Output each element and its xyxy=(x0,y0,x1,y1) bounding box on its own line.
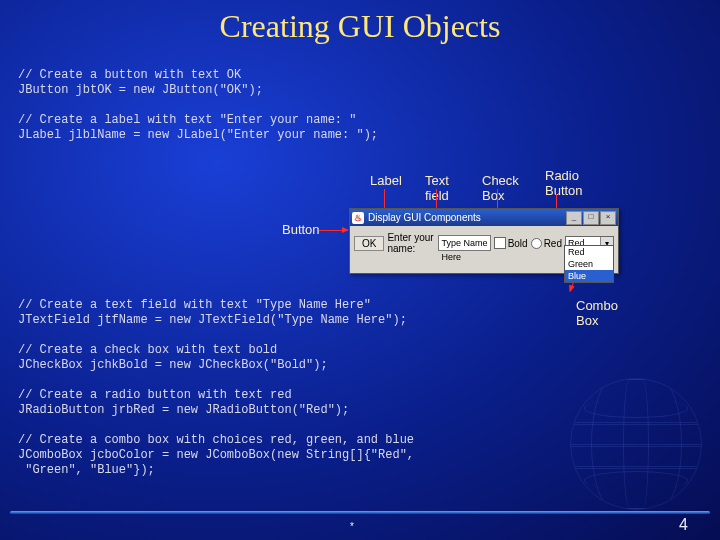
combo-dropdown[interactable]: Red Green Blue xyxy=(564,245,614,283)
arrow-icon xyxy=(319,230,348,231)
red-radio-button[interactable]: Red xyxy=(531,238,562,249)
globe-icon xyxy=(570,378,702,510)
page-title: Creating GUI Objects xyxy=(0,8,720,45)
page-number: 4 xyxy=(679,516,688,534)
code-block-1: // Create a button with text OK JButton … xyxy=(18,68,448,143)
radio-label: Red xyxy=(544,238,562,249)
radio-icon xyxy=(531,238,542,249)
footnote-asterisk: * xyxy=(350,521,354,532)
minimize-icon[interactable]: _ xyxy=(566,211,582,225)
annotation-radio-button: Radio Button xyxy=(545,168,583,198)
checkbox-label: Bold xyxy=(508,238,528,249)
combo-item-red[interactable]: Red xyxy=(565,246,613,258)
footer-rule xyxy=(10,511,710,514)
annotation-button: Button xyxy=(282,222,320,237)
name-text-field[interactable]: Type Name Here xyxy=(438,235,490,251)
combo-item-blue[interactable]: Blue xyxy=(565,270,613,282)
window-titlebar: ♨ Display GUI Components _ □ × xyxy=(350,209,618,226)
combo-item-green[interactable]: Green xyxy=(565,258,613,270)
code-block-2: // Create a text field with text "Type N… xyxy=(18,298,448,478)
maximize-icon[interactable]: □ xyxy=(583,211,599,225)
ok-button[interactable]: OK xyxy=(354,236,384,251)
annotation-combo-box: Combo Box xyxy=(576,298,618,328)
annotation-check-box: Check Box xyxy=(482,173,519,203)
close-icon[interactable]: × xyxy=(600,211,616,225)
annotation-label: Label xyxy=(370,173,402,188)
checkbox-icon xyxy=(494,237,506,249)
window-title: Display GUI Components xyxy=(368,212,566,223)
gui-window: ♨ Display GUI Components _ □ × OK Enter … xyxy=(349,208,619,274)
bold-checkbox[interactable]: Bold xyxy=(494,237,528,249)
name-label: Enter your name: xyxy=(387,232,435,254)
java-icon: ♨ xyxy=(352,212,364,224)
